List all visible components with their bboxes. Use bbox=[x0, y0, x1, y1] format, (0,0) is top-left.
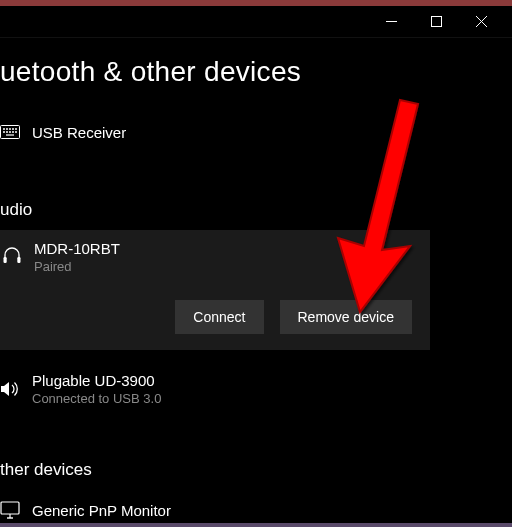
device-status: Paired bbox=[34, 259, 120, 274]
svg-rect-18 bbox=[1, 502, 19, 514]
svg-point-6 bbox=[6, 128, 7, 129]
svg-point-7 bbox=[9, 128, 10, 129]
headphones-icon bbox=[0, 244, 24, 266]
svg-rect-1 bbox=[432, 17, 442, 27]
device-name: Plugable UD-3900 bbox=[32, 372, 161, 389]
settings-content: uetooth & other devices USB Receiver udi… bbox=[0, 56, 512, 527]
svg-rect-16 bbox=[4, 257, 7, 263]
section-heading-audio: udio bbox=[0, 200, 512, 220]
section-heading-other: ther devices bbox=[0, 460, 512, 480]
audio-device-icon bbox=[0, 379, 22, 399]
device-name: MDR-10RBT bbox=[34, 240, 120, 257]
svg-point-9 bbox=[15, 128, 16, 129]
device-row-usb-receiver[interactable]: USB Receiver bbox=[0, 112, 512, 152]
minimize-button[interactable] bbox=[369, 8, 414, 36]
device-row-headphones-selected[interactable]: MDR-10RBT Paired Connect Remove device bbox=[0, 230, 430, 350]
device-row-monitor[interactable]: Generic PnP Monitor bbox=[0, 490, 512, 527]
connect-button[interactable]: Connect bbox=[175, 300, 263, 334]
svg-point-10 bbox=[3, 131, 4, 132]
svg-point-13 bbox=[12, 131, 13, 132]
page-title: uetooth & other devices bbox=[0, 56, 512, 88]
device-name: USB Receiver bbox=[32, 124, 126, 141]
device-row-plugable[interactable]: Plugable UD-3900 Connected to USB 3.0 bbox=[0, 366, 512, 412]
svg-point-8 bbox=[12, 128, 13, 129]
svg-point-11 bbox=[6, 131, 7, 132]
window-titlebar bbox=[0, 6, 512, 38]
maximize-button[interactable] bbox=[414, 8, 459, 36]
svg-point-12 bbox=[9, 131, 10, 132]
close-button[interactable] bbox=[459, 8, 504, 36]
device-name: Generic PnP Monitor bbox=[32, 502, 171, 519]
svg-point-14 bbox=[15, 131, 16, 132]
svg-point-5 bbox=[3, 128, 4, 129]
device-status: Connected to USB 3.0 bbox=[32, 391, 161, 406]
monitor-icon bbox=[0, 501, 22, 519]
svg-rect-17 bbox=[17, 257, 20, 263]
window-bottom-edge bbox=[0, 523, 512, 527]
remove-device-button[interactable]: Remove device bbox=[280, 300, 413, 334]
maximize-icon bbox=[431, 16, 442, 27]
minimize-icon bbox=[386, 16, 397, 27]
keyboard-icon bbox=[0, 125, 22, 139]
close-icon bbox=[476, 16, 487, 27]
